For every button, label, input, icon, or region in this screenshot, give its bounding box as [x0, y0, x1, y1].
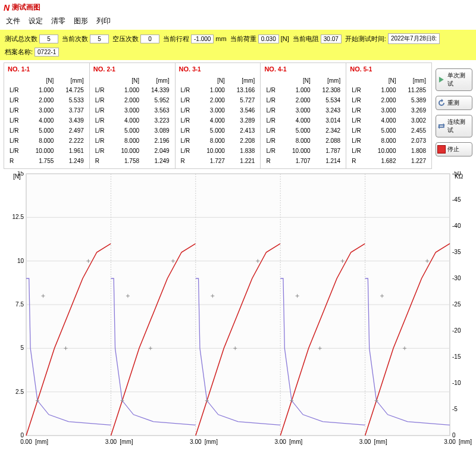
- menu-file[interactable]: 文件: [6, 16, 20, 26]
- data-panel-1: NO. 1-1[N][mm]L/R1.00014.725L/R2.0005.53…: [4, 63, 90, 168]
- col-n: [N]: [111, 76, 142, 85]
- svg-text:-15: -15: [452, 353, 461, 360]
- table-row: L/R3.0003.546: [179, 105, 257, 115]
- col-n: [N]: [368, 76, 398, 85]
- play-icon: [437, 76, 446, 84]
- table-row: L/R8.0002.073: [350, 136, 428, 146]
- menu-print[interactable]: 列印: [96, 16, 111, 26]
- svg-text:[mm]: [mm]: [459, 439, 472, 445]
- table-row: L/R5.0002.497: [8, 126, 86, 136]
- svg-text:3.00: 3.00: [105, 439, 117, 445]
- table-row: L/R10.0001.838: [179, 146, 257, 156]
- table-row: L/R4.0003.223: [93, 115, 171, 126]
- table-row: L/R8.0002.196: [93, 136, 171, 146]
- svg-text:2.5: 2.5: [15, 389, 24, 395]
- data-panel-2: NO. 2-1[N][mm]L/R1.00014.339L/R2.0005.95…: [90, 63, 176, 168]
- table-row: L/R3.0003.243: [264, 105, 342, 115]
- table-row: L/R8.0002.222: [8, 136, 86, 146]
- menu-graph[interactable]: 图形: [74, 16, 88, 26]
- panel-title: NO. 5-1: [350, 65, 428, 73]
- continuous-test-button[interactable]: 连续测试: [436, 115, 472, 137]
- svg-text:5: 5: [20, 345, 24, 351]
- col-mm: [mm]: [141, 76, 171, 85]
- svg-text:3.00: 3.00: [359, 439, 371, 445]
- col-mm: [mm]: [227, 76, 257, 85]
- svg-text:[mm]: [mm]: [120, 439, 133, 445]
- data-table: [N][mm]L/R1.00014.725L/R2.0005.533L/R3.0…: [8, 76, 86, 166]
- panel-title: NO. 3-1: [179, 65, 257, 73]
- panel-title: NO. 1-1: [8, 65, 86, 73]
- svg-text:7.5: 7.5: [15, 301, 24, 308]
- window-title: 测试画图: [12, 2, 40, 12]
- svg-text:-20: -20: [452, 327, 461, 334]
- table-row: L/R10.0001.787: [264, 146, 342, 156]
- table-row: L/R4.0003.014: [264, 115, 342, 126]
- svg-text:[mm]: [mm]: [289, 439, 302, 445]
- load-unit: [N]: [281, 35, 289, 42]
- sidebar: 单次测试 重测 连续测试 停止: [436, 62, 472, 169]
- data-table: [N][mm]L/R1.00011.285L/R2.0005.389L/R3.0…: [350, 76, 428, 166]
- table-row: L/R10.0002.049: [93, 146, 171, 156]
- svg-text:3.00: 3.00: [444, 439, 456, 445]
- current-res-value: 30.07: [321, 35, 342, 43]
- table-row: L/R4.0003.289: [179, 115, 257, 126]
- svg-text:[N]: [N]: [13, 173, 21, 180]
- stop-icon: [437, 145, 446, 154]
- svg-text:-30: -30: [452, 275, 461, 281]
- menu-settings[interactable]: 设定: [29, 16, 43, 26]
- reload-icon: [437, 99, 446, 107]
- data-panel-4: NO. 4-1[N][mm]L/R1.00012.308L/R2.0005.53…: [261, 63, 346, 168]
- table-row: L/R4.0003.439: [8, 115, 86, 126]
- data-panel-5: NO. 5-1[N][mm]L/R1.00011.285L/R2.0005.38…: [346, 63, 431, 168]
- current-stroke-value: -1.000: [191, 35, 214, 43]
- svg-text:-5: -5: [452, 406, 458, 412]
- table-row: L/R5.0002.455: [350, 126, 428, 136]
- svg-text:3.00: 3.00: [190, 439, 202, 445]
- svg-text:-10: -10: [452, 380, 461, 386]
- table-row: R1.7581.249: [93, 156, 171, 166]
- svg-text:[mm]: [mm]: [205, 439, 218, 445]
- menu-zero[interactable]: 清零: [51, 16, 65, 26]
- table-row: L/R8.0002.088: [264, 136, 342, 146]
- retest-button[interactable]: 重测: [436, 96, 472, 110]
- data-table: [N][mm]L/R1.00014.339L/R2.0005.952L/R3.0…: [93, 76, 171, 166]
- svg-text:12.5: 12.5: [12, 214, 24, 220]
- current-res-label: 当前电阻: [293, 35, 319, 43]
- table-row: L/R1.00014.339: [93, 85, 171, 95]
- table-row: L/R2.0005.727: [179, 95, 257, 105]
- table-row: L/R10.0001.961: [8, 146, 86, 156]
- table-row: R1.7071.214: [264, 156, 342, 166]
- svg-text:-25: -25: [452, 301, 461, 308]
- file-name-label: 档案名称:: [5, 48, 33, 57]
- data-panels: NO. 1-1[N][mm]L/R1.00014.725L/R2.0005.53…: [4, 62, 432, 169]
- table-row: L/R4.0003.002: [350, 115, 428, 126]
- start-time-label: 开始测试时间:: [345, 35, 386, 43]
- file-name-value: 0722-1: [35, 48, 59, 57]
- chart: 02.557.51012.5150-5-10-15-20-25-30-35-40…: [4, 171, 472, 451]
- svg-text:3.00: 3.00: [274, 439, 286, 445]
- table-row: L/R8.0002.208: [179, 136, 257, 146]
- stop-button[interactable]: 停止: [436, 142, 472, 156]
- table-row: L/R2.0005.534: [264, 95, 342, 105]
- svg-text:0: 0: [20, 432, 24, 439]
- col-mm: [mm]: [397, 76, 428, 85]
- table-row: L/R3.0003.269: [350, 105, 428, 115]
- data-table: [N][mm]L/R1.00013.166L/R2.0005.727L/R3.0…: [179, 76, 257, 166]
- status-bar: 测试总次数5 当前次数5 空压次数0 当前行程-1.000mm 当前荷重0.03…: [0, 30, 476, 60]
- table-row: L/R1.00012.308: [264, 85, 342, 95]
- menu-bar: 文件 设定 清零 图形 列印: [0, 15, 476, 30]
- test-total-label: 测试总次数: [5, 35, 37, 43]
- table-row: R1.7551.249: [8, 156, 86, 166]
- svg-text:-35: -35: [452, 249, 461, 255]
- data-panel-3: NO. 3-1[N][mm]L/R1.00013.166L/R2.0005.72…: [176, 63, 261, 168]
- svg-text:0: 0: [452, 432, 456, 439]
- col-n: [N]: [26, 76, 56, 85]
- svg-text:[mm]: [mm]: [35, 439, 48, 445]
- current-count-label: 当前次数: [62, 35, 88, 43]
- title-bar: N 测试画图: [0, 0, 476, 15]
- panel-title: NO. 2-1: [93, 65, 171, 73]
- start-time-value: 2022年7月28日8:: [388, 33, 440, 44]
- single-test-button[interactable]: 单次测试: [436, 68, 472, 91]
- table-row: L/R2.0005.952: [93, 95, 171, 105]
- svg-text:10: 10: [17, 258, 24, 264]
